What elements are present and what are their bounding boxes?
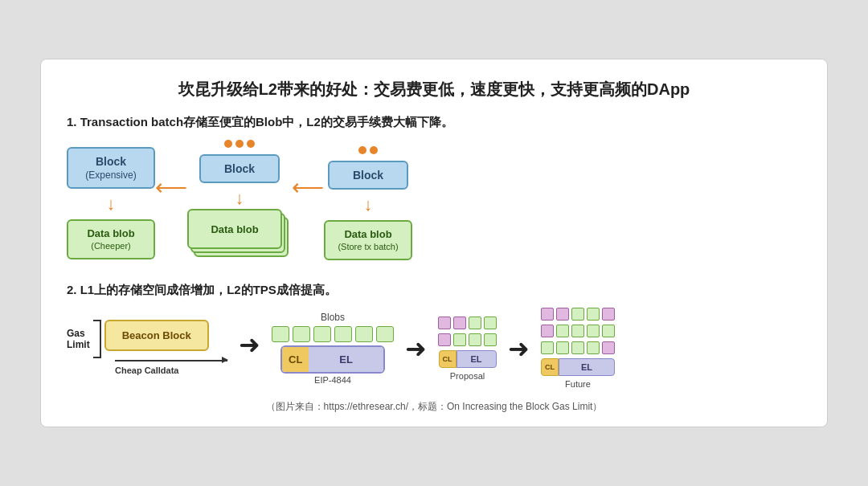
arrow-down-3: ↓ [364, 196, 373, 214]
section1: 1. Transaction batch存储至便宜的Blob中，L2的交易手续费… [67, 115, 801, 267]
s2-diagram: GasLimit Beacon Block [67, 308, 801, 389]
block-group-2: Block ↓ Data blob [187, 140, 292, 267]
sq-pink-2 [453, 317, 466, 329]
main-card: 坎昆升级给L2带来的好处：交易费更低，速度更快，支持更高频的DApp 1. Tr… [40, 59, 828, 427]
section1-label: 1. Transaction batch存储至便宜的Blob中，L2的交易手续费… [67, 115, 801, 130]
f-sq-4 [587, 308, 600, 321]
blob-sq-4 [334, 326, 352, 342]
proposal-label: Proposal [450, 371, 485, 381]
future-area: CL EL Future [541, 308, 615, 389]
dots-row-2 [224, 140, 255, 148]
cl-small: CL [439, 350, 457, 368]
el-small: EL [457, 350, 497, 368]
proposal-mid-squares [438, 333, 497, 346]
blobs-label: Blobs [321, 312, 345, 323]
cheap-calldata-label: Cheap Calldata [115, 362, 178, 377]
dot4 [358, 146, 366, 154]
blob-sq-5 [355, 326, 373, 342]
blob-cheeper: Data blob (Cheeper) [67, 219, 155, 259]
future-top-row3 [541, 341, 615, 354]
f-sq-11 [541, 341, 554, 354]
sq-pink-1 [438, 317, 451, 329]
proposal-cl-el: CL EL [439, 350, 497, 368]
cl-label: CL [282, 347, 309, 372]
future-top-row2 [541, 325, 615, 337]
bracket [93, 320, 101, 358]
future-label: Future [565, 379, 591, 389]
arrow-between-2-3: ⟵ [292, 174, 324, 201]
future-cl-el: CL EL [541, 358, 615, 376]
blobs-cl-el: Blobs CL EL EIP-4844 [272, 312, 394, 385]
blob-sq-2 [293, 326, 310, 342]
f-sq-3 [571, 308, 584, 321]
eip-label-row: CL EL [280, 345, 385, 374]
el-label: EL [309, 347, 383, 372]
gas-bracket-row: GasLimit Beacon Block [67, 320, 209, 358]
blob-sq-6 [376, 326, 394, 342]
f-sq-14 [587, 341, 600, 354]
gas-limit-label: GasLimit [67, 328, 90, 350]
s1-diagram: Block (Expensive) ↓ Data blob (Cheeper) … [67, 140, 801, 267]
dot3 [247, 140, 255, 148]
section2-label: 2. L1上的存储空间成倍增加，L2的TPS成倍提高。 [67, 283, 801, 298]
big-arrow-3: ➜ [508, 333, 530, 364]
dots-row-3 [358, 146, 378, 154]
future-top-row1 [541, 308, 615, 321]
beacon-block-container: Beacon Block [104, 320, 209, 358]
sq-green-4 [469, 333, 481, 346]
gas-beacon-area: GasLimit Beacon Block [67, 320, 227, 377]
el-small-future: EL [559, 358, 615, 376]
cl-el-box: CL EL [280, 345, 385, 374]
sq-green-5 [484, 333, 497, 346]
f-sq-8 [571, 325, 584, 337]
cheap-calldata-row [115, 360, 227, 361]
dot1 [224, 140, 232, 148]
block-group-1: Block (Expensive) ↓ Data blob (Cheeper) [67, 147, 155, 259]
f-sq-5 [602, 308, 615, 321]
arrow-between-1-2: ⟵ [155, 174, 187, 201]
beacon-block-box: Beacon Block [104, 320, 209, 351]
big-arrow-1: ➜ [239, 329, 260, 360]
f-sq-12 [556, 341, 569, 354]
f-sq-9 [587, 325, 600, 337]
blob-sq-3 [313, 326, 331, 342]
proposal-top-squares [438, 317, 497, 329]
blob-store-tx: Data blob (Store tx batch) [324, 220, 412, 260]
block-group-3: Block ↓ Data blob (Store tx batch) [324, 146, 412, 260]
block-3: Block [328, 161, 408, 190]
source-note: （图片来自：https://ethresear.ch/，标题：On Increa… [67, 400, 801, 414]
main-title: 坎昆升级给L2带来的好处：交易费更低，速度更快，支持更高频的DApp [67, 79, 801, 100]
section2: 2. L1上的存储空间成倍增加，L2的TPS成倍提高。 GasLimit [67, 283, 801, 389]
gas-label-area: GasLimit [67, 320, 104, 358]
f-sq-15 [602, 341, 615, 354]
arrow-line [115, 360, 227, 361]
block-expensive: Block (Expensive) [67, 147, 155, 189]
sq-green-1 [469, 317, 481, 329]
arrow-down-2: ↓ [235, 190, 244, 207]
arrow-down-1: ↓ [107, 195, 116, 213]
f-sq-2 [556, 308, 569, 321]
dot2 [235, 140, 244, 148]
f-sq-10 [602, 325, 615, 337]
f-sq-1 [541, 308, 554, 321]
eip-label: EIP-4844 [314, 375, 351, 385]
blobs-squares [272, 326, 394, 342]
f-sq-13 [571, 341, 584, 354]
sq-green-3 [453, 333, 466, 346]
block-2: Block [199, 154, 280, 183]
proposal-area: CL EL Proposal [438, 317, 497, 381]
blob-sq-1 [272, 326, 289, 342]
dot5 [370, 146, 378, 154]
cl-small-future: CL [541, 358, 559, 376]
sq-pink-3 [438, 333, 451, 346]
big-arrow-2: ➜ [405, 333, 427, 364]
sq-green-2 [484, 317, 497, 329]
f-sq-7 [556, 325, 569, 337]
f-sq-6 [541, 325, 554, 337]
blob-stack-2: Data blob [187, 209, 292, 267]
